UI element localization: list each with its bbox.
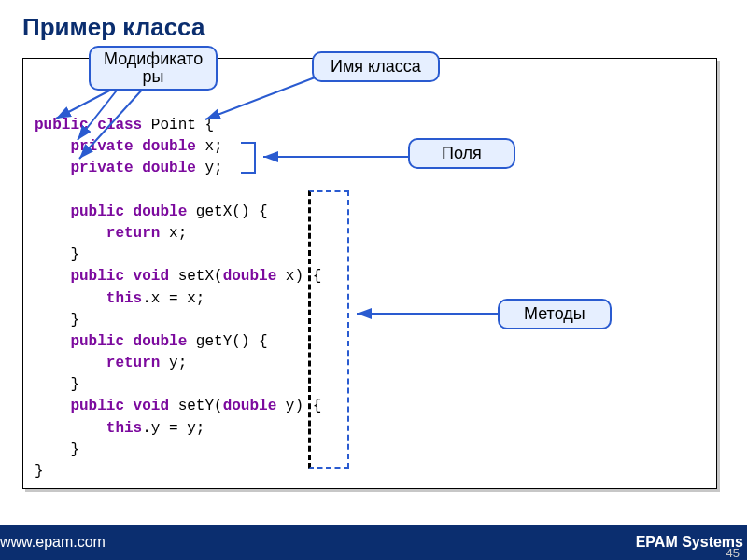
kw-public: public <box>35 117 89 133</box>
kw-private: private <box>35 160 134 176</box>
brace: } <box>35 312 79 329</box>
kw-public: public <box>35 268 124 285</box>
footer-bar: www.epam.com EPAM Systems <box>0 525 747 560</box>
annotation-modifiers-l2: ры <box>143 67 164 86</box>
kw-public: public <box>35 333 124 350</box>
assign-y: .y = y; <box>142 420 204 437</box>
kw-void: void <box>124 398 169 414</box>
annotation-modifiers: Модификато ры <box>89 46 218 91</box>
footer-url: www.epam.com <box>0 534 106 551</box>
kw-void: void <box>124 268 169 285</box>
method-setx: setX( <box>169 268 223 285</box>
kw-public: public <box>35 398 124 414</box>
method-gety: getY() { <box>187 333 267 350</box>
kw-double: double <box>124 333 187 350</box>
method-getx: getX() { <box>187 203 267 220</box>
kw-public: public <box>35 203 124 220</box>
bracket-fields <box>241 142 256 174</box>
page-number: 45 <box>726 546 740 560</box>
annotation-methods: Методы <box>498 299 612 329</box>
kw-return: return <box>35 355 160 371</box>
brace: } <box>35 376 79 393</box>
kw-class: class <box>89 117 143 133</box>
class-name: Point { <box>142 117 214 133</box>
kw-private: private <box>35 138 134 155</box>
annotation-fields: Поля <box>408 138 515 169</box>
bracket-methods <box>308 190 349 469</box>
annotation-modifiers-l1: Модификато <box>104 49 203 68</box>
kw-double: double <box>223 268 277 285</box>
method-sety: setY( <box>169 398 223 414</box>
kw-this: this <box>35 420 142 437</box>
field-y: y; <box>196 160 223 176</box>
return-y: y; <box>160 355 187 371</box>
kw-double: double <box>134 138 196 155</box>
kw-this: this <box>35 290 142 307</box>
kw-double: double <box>124 203 187 220</box>
kw-double: double <box>134 160 196 176</box>
brace-end: } <box>35 463 44 480</box>
return-x: x; <box>160 225 187 242</box>
slide-title: Пример класса <box>22 13 747 42</box>
field-x: x; <box>196 138 223 155</box>
brace: } <box>35 246 79 263</box>
kw-return: return <box>35 225 160 242</box>
brace: } <box>35 441 79 458</box>
annotation-class-name: Имя класса <box>312 51 440 82</box>
code-panel: public class Point { private double x; p… <box>22 58 717 489</box>
kw-double: double <box>223 398 277 414</box>
code-block: public class Point { private double x; p… <box>23 59 716 492</box>
assign-x: .x = x; <box>142 290 204 307</box>
